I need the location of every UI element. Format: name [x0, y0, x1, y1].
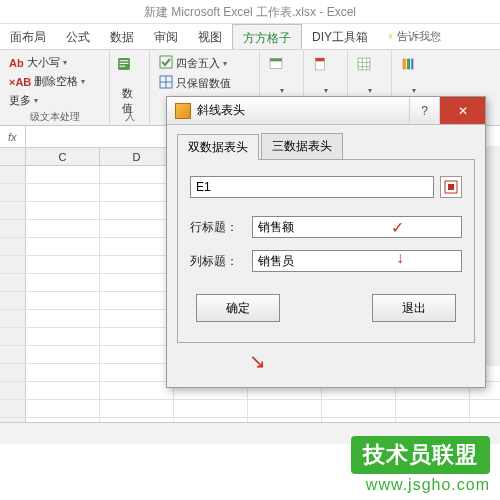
table-row[interactable] — [0, 400, 500, 418]
tab-layout[interactable]: 面布局 — [0, 24, 56, 49]
tab-view[interactable]: 视图 — [188, 24, 232, 49]
more-button[interactable]: 更多▾ — [6, 91, 103, 110]
col-icon — [401, 57, 427, 83]
close-button[interactable]: ✕ — [439, 97, 485, 124]
cell[interactable] — [100, 202, 174, 219]
dialog-title: 斜线表头 — [197, 102, 245, 119]
row-header[interactable] — [0, 400, 26, 417]
cell[interactable] — [100, 220, 174, 237]
close-icon: ✕ — [458, 104, 468, 118]
cell[interactable] — [100, 256, 174, 273]
cell[interactable] — [26, 310, 100, 327]
cell[interactable] — [100, 346, 174, 363]
row-title-input[interactable] — [252, 216, 462, 238]
cell[interactable] — [26, 184, 100, 201]
cell[interactable] — [26, 238, 100, 255]
tell-me[interactable]: ♀告诉我您 — [386, 29, 441, 44]
round-button[interactable]: 四舍五入▾ — [156, 53, 253, 73]
dialog-icon — [175, 103, 191, 119]
cell-ref-input[interactable] — [190, 176, 434, 198]
row-header[interactable] — [0, 346, 26, 363]
cell[interactable] — [26, 220, 100, 237]
cell[interactable] — [100, 382, 174, 399]
fx-label[interactable]: fx — [0, 126, 26, 147]
keep-only-button[interactable]: 只保留数值 — [156, 73, 253, 93]
cell[interactable] — [26, 364, 100, 381]
watermark: 技术员联盟 www.jsgho.com — [351, 436, 490, 494]
cell[interactable] — [100, 238, 174, 255]
ribbon-big4[interactable]: ▾ — [398, 53, 430, 99]
cell[interactable] — [100, 274, 174, 291]
dialog-titlebar[interactable]: 斜线表头 ? ✕ — [167, 97, 485, 125]
cell[interactable] — [100, 310, 174, 327]
row-title-label: 行标题： — [190, 219, 252, 236]
tab-review[interactable]: 审阅 — [144, 24, 188, 49]
svg-rect-12 — [358, 58, 370, 70]
cell[interactable] — [174, 400, 248, 417]
row-header[interactable] — [0, 310, 26, 327]
help-icon: ? — [421, 104, 428, 118]
cell[interactable] — [396, 400, 470, 417]
vertical-scrollbar[interactable] — [484, 146, 500, 366]
col-header[interactable]: C — [26, 148, 100, 165]
watermark-badge: 技术员联盟 — [351, 436, 490, 474]
cell[interactable] — [26, 382, 100, 399]
cell[interactable] — [100, 292, 174, 309]
bulb-icon: ♀ — [386, 30, 394, 42]
cell[interactable] — [26, 202, 100, 219]
ribbon-big1[interactable]: ▾ — [266, 53, 297, 99]
group-text: 级文本处理 — [0, 110, 109, 124]
chevron-down-icon: ▾ — [280, 86, 284, 95]
row-header[interactable] — [0, 184, 26, 201]
tab-data[interactable]: 数据 — [100, 24, 144, 49]
cell[interactable] — [26, 292, 100, 309]
group-entry: 入 — [110, 110, 149, 124]
cancel-button[interactable]: 退出 — [372, 294, 456, 322]
tab-three-data[interactable]: 三数据表头 — [261, 133, 343, 159]
case-button[interactable]: Ab大小写▾ — [6, 53, 103, 72]
cell[interactable] — [26, 400, 100, 417]
col-header[interactable]: D — [100, 148, 174, 165]
row-header[interactable] — [0, 166, 26, 183]
cell[interactable] — [100, 364, 174, 381]
row-header[interactable] — [0, 328, 26, 345]
dialog-tabs: 双数据表头 三数据表头 — [177, 133, 475, 160]
tab-two-data[interactable]: 双数据表头 — [177, 134, 259, 160]
row-header[interactable] — [0, 256, 26, 273]
tab-diy[interactable]: DIY工具箱 — [302, 24, 378, 49]
cell[interactable] — [26, 328, 100, 345]
row-header[interactable] — [0, 382, 26, 399]
row-header[interactable] — [0, 274, 26, 291]
row-header[interactable] — [0, 292, 26, 309]
cell[interactable] — [100, 328, 174, 345]
cell[interactable] — [100, 400, 174, 417]
help-button[interactable]: ? — [409, 97, 439, 124]
cell[interactable] — [100, 184, 174, 201]
cell[interactable] — [26, 166, 100, 183]
row-header[interactable] — [0, 202, 26, 219]
del-space-button[interactable]: ×AB删除空格▾ — [6, 72, 103, 91]
tab-fangfang[interactable]: 方方格子 — [232, 24, 302, 49]
doc-icon — [313, 57, 339, 83]
watermark-url: www.jsgho.com — [351, 476, 490, 494]
cell[interactable] — [100, 166, 174, 183]
cell[interactable] — [26, 346, 100, 363]
row-header[interactable] — [0, 220, 26, 237]
ribbon-big3[interactable]: ▾ — [354, 53, 385, 99]
dialog-panel: 行标题： ✓ 列标题： ↓ 确定 退出 ↘ — [177, 160, 475, 343]
ribbon-big2[interactable]: ▾ — [310, 53, 341, 99]
cell[interactable] — [322, 400, 396, 417]
col-title-input[interactable] — [252, 250, 462, 272]
ok-button[interactable]: 确定 — [196, 294, 280, 322]
cell[interactable] — [26, 274, 100, 291]
row-header[interactable] — [0, 364, 26, 381]
range-picker-button[interactable] — [440, 176, 462, 198]
del-icon: ×AB — [9, 76, 31, 88]
cell[interactable] — [248, 400, 322, 417]
case-icon: Ab — [9, 57, 24, 69]
cell[interactable] — [26, 256, 100, 273]
tab-formulas[interactable]: 公式 — [56, 24, 100, 49]
chevron-down-icon: ▾ — [368, 86, 372, 95]
row-header[interactable] — [0, 238, 26, 255]
svg-rect-9 — [270, 59, 282, 62]
